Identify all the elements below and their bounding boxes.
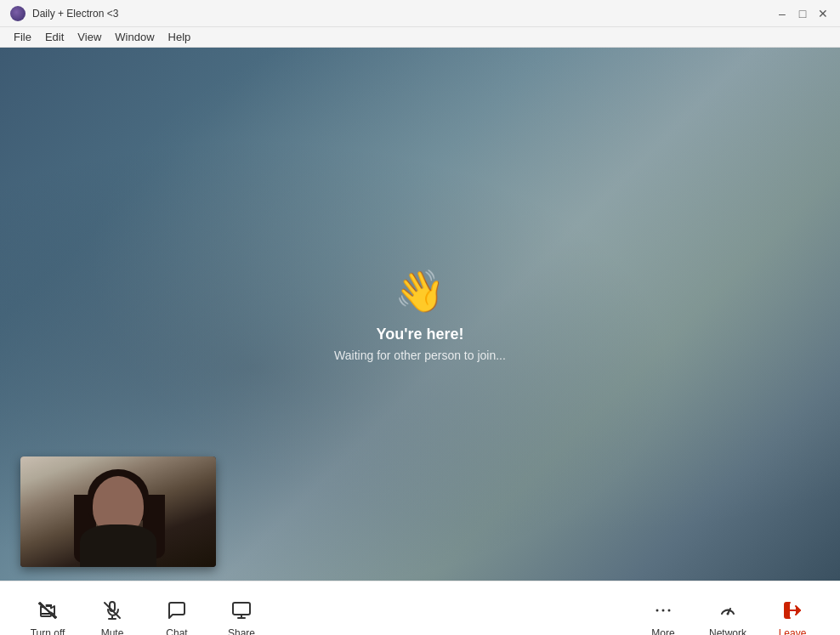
self-view xyxy=(20,456,216,567)
close-button[interactable]: ✕ xyxy=(816,7,830,20)
svg-rect-4 xyxy=(233,603,250,615)
svg-point-9 xyxy=(668,609,671,611)
svg-point-10 xyxy=(727,612,729,615)
turnoff-label: Turn off xyxy=(31,627,65,636)
wave-emoji: 👋 xyxy=(334,267,506,315)
menu-view[interactable]: View xyxy=(71,29,108,45)
waiting-title: You're here! xyxy=(334,325,506,343)
person-silhouette xyxy=(71,469,165,567)
menu-bar: File Edit View Window Help xyxy=(0,27,840,48)
chat-icon xyxy=(165,598,189,622)
mute-icon xyxy=(100,598,124,622)
window-controls: – □ ✕ xyxy=(775,7,830,20)
chat-label: Chat xyxy=(166,627,187,636)
waiting-container: 👋 You're here! Waiting for other person … xyxy=(334,267,506,361)
app-logo xyxy=(10,6,26,21)
toolbar-right: More Network xyxy=(633,588,823,636)
waiting-subtitle: Waiting for other person to join... xyxy=(334,348,506,361)
menu-help[interactable]: Help xyxy=(162,29,198,45)
window-title: Daily + Electron <3 xyxy=(32,8,775,20)
more-label: More xyxy=(651,627,674,636)
network-icon xyxy=(716,598,740,622)
mute-button[interactable]: Mute xyxy=(82,588,143,636)
svg-point-8 xyxy=(662,609,665,611)
turnoff-button[interactable]: Turn off xyxy=(17,588,78,636)
menu-edit[interactable]: Edit xyxy=(38,29,71,45)
leave-label: Leave xyxy=(779,627,807,636)
camera-off-icon xyxy=(36,598,60,622)
network-label: Network xyxy=(709,627,746,636)
more-button[interactable]: More xyxy=(633,588,694,636)
title-bar: Daily + Electron <3 – □ ✕ xyxy=(0,0,840,27)
self-view-video xyxy=(20,456,216,567)
leave-button[interactable]: Leave xyxy=(762,588,823,636)
menu-window[interactable]: Window xyxy=(108,29,161,45)
leave-icon xyxy=(780,598,804,622)
toolbar: Turn off Mute Chat xyxy=(0,581,840,635)
share-label: Share xyxy=(228,627,255,636)
video-area: 👋 You're here! Waiting for other person … xyxy=(0,48,840,581)
svg-point-7 xyxy=(656,609,659,611)
mute-label: Mute xyxy=(101,627,124,636)
chat-button[interactable]: Chat xyxy=(146,588,207,636)
toolbar-left: Turn off Mute Chat xyxy=(17,588,272,636)
share-icon xyxy=(230,598,253,622)
network-button[interactable]: Network xyxy=(697,588,758,636)
maximize-button[interactable]: □ xyxy=(796,7,809,20)
more-icon xyxy=(651,598,675,622)
share-button[interactable]: Share xyxy=(211,588,272,636)
minimize-button[interactable]: – xyxy=(775,7,789,20)
menu-file[interactable]: File xyxy=(7,29,38,45)
face-body xyxy=(80,524,156,567)
